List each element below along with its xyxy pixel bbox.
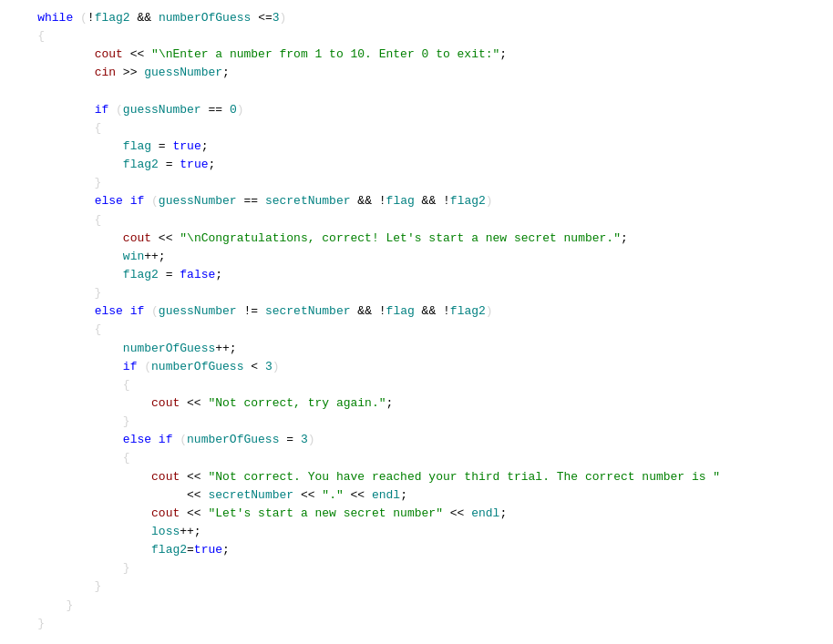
line-24: else if (numberOfGuess = 3) — [9, 431, 824, 449]
line-14: win++; — [9, 248, 824, 266]
line-34: } — [9, 615, 824, 633]
line-22: cout << "Not correct, try again."; — [9, 394, 824, 413]
line-28: cout << "Let's start a new secret number… — [9, 505, 824, 523]
line-32: } — [9, 578, 824, 596]
line-29: loss++; — [9, 523, 824, 541]
line-17: else if (guessNumber != secretNumber && … — [9, 302, 824, 321]
line-27: << secretNumber << "." << endl; — [9, 486, 824, 505]
line-15: flag2 = false; — [9, 266, 824, 284]
line-6: if (guessNumber == 0) — [9, 101, 824, 119]
line-7: { — [9, 119, 824, 138]
line-16: } — [9, 284, 824, 302]
line-31: } — [9, 559, 824, 578]
line-1: while (!flag2 && numberOfGuess <=3) — [9, 9, 824, 27]
line-2: { — [9, 27, 824, 46]
line-12: { — [9, 211, 824, 230]
line-35 — [9, 633, 824, 644]
line-5 — [9, 83, 824, 101]
line-19: numberOfGuess++; — [9, 340, 824, 358]
line-8: flag = true; — [9, 138, 824, 156]
line-30: flag2=true; — [9, 541, 824, 559]
line-18: { — [9, 321, 824, 339]
code-editor: while (!flag2 && numberOfGuess <=3) { co… — [0, 9, 833, 644]
line-23: } — [9, 413, 824, 431]
line-20: if (numberOfGuess < 3) — [9, 358, 824, 376]
line-3: cout << "\nEnter a number from 1 to 10. … — [9, 46, 824, 64]
line-25: { — [9, 449, 824, 467]
line-4: cin >> guessNumber; — [9, 64, 824, 82]
line-13: cout << "\nCongratulations, correct! Let… — [9, 230, 824, 248]
line-21: { — [9, 376, 824, 394]
line-10: } — [9, 174, 824, 192]
line-9: flag2 = true; — [9, 156, 824, 174]
line-26: cout << "Not correct. You have reached y… — [9, 468, 824, 486]
line-11: else if (guessNumber == secretNumber && … — [9, 192, 824, 210]
line-33: } — [9, 597, 824, 615]
